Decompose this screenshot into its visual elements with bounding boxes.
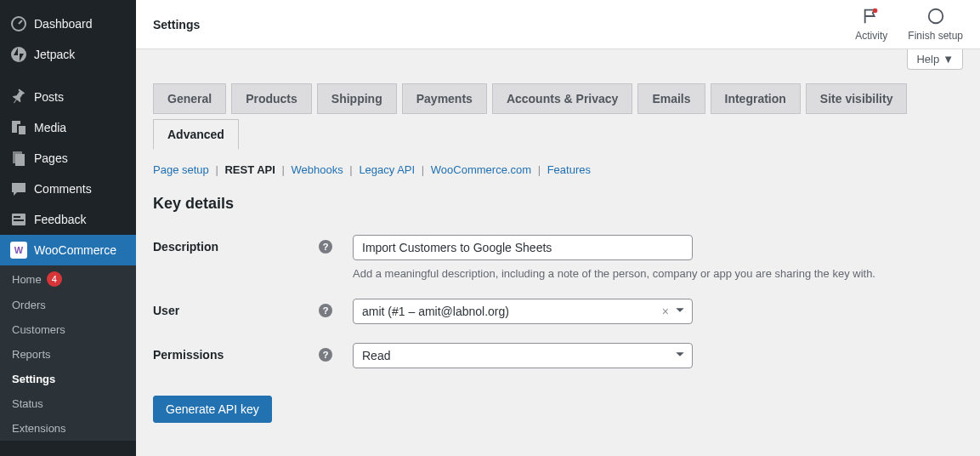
sidebar-label: Pages [34,151,68,165]
svg-point-8 [928,9,943,24]
tab-emails[interactable]: Emails [637,83,705,114]
pin-icon [10,88,27,105]
submenu-label: Orders [12,299,46,311]
submenu-item-customers[interactable]: Customers [0,317,136,342]
main-content: Settings Activity Finish setup Help ▼ Ge… [136,0,980,456]
chevron-down-icon [674,305,686,319]
tab-site-visibility[interactable]: Site visibility [806,83,908,114]
woocommerce-icon: W [10,242,27,259]
chevron-down-icon [674,349,686,363]
sidebar-label: Posts [34,90,64,104]
tab-products[interactable]: Products [231,83,312,114]
subtab-webhooks[interactable]: Webhooks [292,163,343,176]
tab-payments[interactable]: Payments [402,83,487,114]
page-icon [10,150,27,167]
activity-label: Activity [855,30,887,42]
submenu-label: Extensions [12,422,66,435]
subtab-features[interactable]: Features [547,163,591,176]
permissions-label: Permissions [153,348,224,362]
feedback-icon [10,211,27,228]
page-header: Settings Activity Finish setup [136,0,980,49]
flag-icon [862,7,881,28]
help-icon[interactable]: ? [319,348,332,362]
activity-button[interactable]: Activity [855,7,887,42]
submenu-item-settings[interactable]: Settings [0,367,136,391]
sidebar-item-pages[interactable]: Pages [0,143,136,174]
submenu-item-home[interactable]: Home 4 [0,265,136,293]
help-dropdown[interactable]: Help ▼ [907,49,963,70]
woocommerce-submenu: Home 4 Orders Customers Reports Settings… [0,265,136,441]
submenu-label: Settings [12,373,55,385]
description-input[interactable] [353,235,693,260]
description-help-text: Add a meaningful description, including … [353,267,963,280]
sidebar-label: Feedback [34,213,86,226]
sidebar-item-dashboard[interactable]: Dashboard [0,9,136,39]
tab-accounts-privacy[interactable]: Accounts & Privacy [492,83,633,114]
svg-rect-3 [15,154,25,166]
submenu-label: Home [12,273,42,286]
permissions-select-value: Read [362,349,390,362]
sidebar-item-feedback[interactable]: Feedback [0,204,136,235]
submenu-item-status[interactable]: Status [0,391,136,416]
tab-advanced[interactable]: Advanced [153,119,239,150]
tab-general[interactable]: General [153,83,226,114]
svg-point-7 [873,9,878,14]
submenu-label: Reports [12,348,51,361]
sidebar-label: Comments [34,182,92,196]
sidebar-label: Media [34,121,66,134]
help-label: Help [916,53,939,66]
finish-label: Finish setup [908,30,963,42]
media-icon [10,119,27,136]
sidebar-label: Jetpack [34,48,75,61]
description-label: Description [153,240,218,254]
svg-rect-6 [14,219,24,221]
user-select-value: amit (#1 – amit@labnol.org) [362,305,509,318]
help-icon[interactable]: ? [319,304,332,317]
sidebar-label: WooCommerce [34,243,116,257]
subtab-page-setup[interactable]: Page setup [153,163,209,176]
sidebar-item-woocommerce[interactable]: W WooCommerce [0,235,136,265]
advanced-subtabs: Page setup | REST API | Webhooks | Legac… [153,163,963,176]
jetpack-icon [10,46,27,63]
svg-rect-5 [14,216,20,218]
sidebar-label: Dashboard [34,17,93,31]
sidebar-item-comments[interactable]: Comments [0,174,136,204]
section-title: Key details [153,195,963,213]
field-row-user: User ? amit (#1 – amit@labnol.org) × [153,299,963,324]
submenu-item-extensions[interactable]: Extensions [0,416,136,441]
chevron-down-icon: ▼ [943,53,954,66]
permissions-select[interactable]: Read [353,343,693,368]
subtab-rest-api[interactable]: REST API [224,163,275,176]
help-icon[interactable]: ? [319,240,332,254]
finish-setup-button[interactable]: Finish setup [908,7,963,42]
submenu-item-orders[interactable]: Orders [0,293,136,317]
generate-api-key-button[interactable]: Generate API key [153,396,272,423]
submenu-label: Customers [12,323,65,336]
sidebar-item-posts[interactable]: Posts [0,82,136,112]
tab-shipping[interactable]: Shipping [317,83,397,114]
sidebar-item-jetpack[interactable]: Jetpack [0,39,136,70]
notification-badge: 4 [47,271,62,287]
sidebar-item-media[interactable]: Media [0,112,136,143]
subtab-legacy-api[interactable]: Legacy API [359,163,415,176]
dashboard-icon [10,15,27,32]
submenu-item-reports[interactable]: Reports [0,342,136,367]
comment-icon [10,180,27,197]
subtab-woocommerce-com[interactable]: WooCommerce.com [431,163,531,176]
field-row-description: Description ? Add a meaningful descripti… [153,235,963,280]
svg-point-1 [11,47,26,62]
settings-content: Help ▼ General Products Shipping Payment… [136,49,980,456]
tab-integration[interactable]: Integration [711,83,801,114]
submenu-label: Status [12,397,43,410]
user-label: User [153,304,179,317]
circle-icon [926,7,945,28]
page-title: Settings [153,18,200,31]
admin-sidebar: Dashboard Jetpack Posts Media Pages Comm… [0,0,136,456]
field-row-permissions: Permissions ? Read [153,343,963,368]
user-select[interactable]: amit (#1 – amit@labnol.org) × [353,299,693,324]
settings-tabs: General Products Shipping Payments Accou… [153,83,963,150]
clear-icon[interactable]: × [662,305,669,318]
